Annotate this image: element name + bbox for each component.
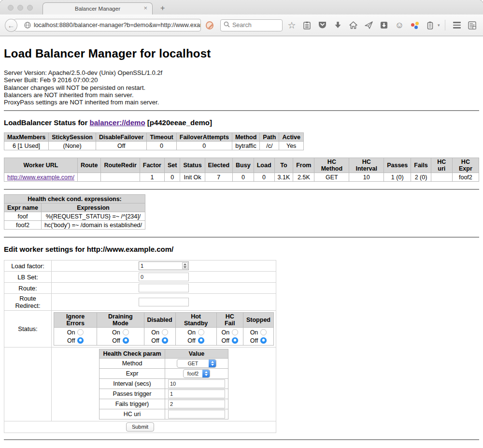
cell-disablefailover: Off xyxy=(96,142,146,150)
on-label: On xyxy=(112,329,120,336)
pocket-icon[interactable] xyxy=(316,19,328,31)
save-to-extension-icon[interactable] xyxy=(378,19,390,31)
stopped-off-radio[interactable] xyxy=(260,337,267,344)
method-select[interactable]: GET xyxy=(177,359,216,368)
url-bar[interactable]: localhost:8880/balancer-manager?b=demo&w… xyxy=(14,19,201,31)
fails-label: Fails trigger) xyxy=(99,399,165,409)
col-path: Path xyxy=(260,133,279,142)
load-factor-input[interactable]: 1 xyxy=(139,261,189,270)
method-cell: GET xyxy=(165,359,228,369)
disabled-on-radio[interactable] xyxy=(162,329,168,335)
hc-expressions-title: Health check cond. expressions: xyxy=(4,195,145,203)
search-icon xyxy=(224,21,230,29)
route-redirect-input[interactable] xyxy=(139,298,189,306)
hc-fail-off-radio[interactable] xyxy=(232,337,238,344)
bottom-divider xyxy=(4,439,479,440)
reading-list-icon[interactable] xyxy=(301,19,313,31)
divider xyxy=(4,110,479,111)
hc-row-fails: Fails trigger) xyxy=(99,399,228,409)
ignore-errors-off-radio[interactable] xyxy=(77,337,84,344)
page-content: Load Balancer Manager for localhost Serv… xyxy=(0,36,483,440)
cell-expr-name: foof2 xyxy=(4,221,42,230)
draining-mode-off-radio[interactable] xyxy=(123,337,129,344)
submit-button[interactable]: Submit xyxy=(126,422,154,432)
form-row-lb-set: LB Set: xyxy=(4,272,276,283)
cell-set: 0 xyxy=(164,173,180,182)
balancer-demo-link[interactable]: balancer://demo xyxy=(90,118,145,127)
zoom-window-button[interactable] xyxy=(27,5,33,11)
cell-factor: 1 xyxy=(140,173,164,182)
tab-title: Balancer Manager xyxy=(75,6,120,12)
col-expr-name: Expr name xyxy=(4,203,42,212)
fails-input[interactable] xyxy=(168,400,225,408)
passes-input[interactable] xyxy=(168,390,225,398)
colorful-extension-icon[interactable] xyxy=(409,19,421,31)
hamburger-icon xyxy=(453,22,461,29)
divider xyxy=(4,189,479,190)
back-button[interactable]: ← xyxy=(5,19,17,32)
interval-cell xyxy=(165,379,228,389)
server-info: Server Version: Apache/2.5.0-dev (Unix) … xyxy=(4,69,479,106)
ignore-errors-on-radio[interactable] xyxy=(77,329,84,335)
balancers-notice-line: Balancers are NOT inherited from main se… xyxy=(4,91,479,99)
heading-prefix: LoadBalancer Status for xyxy=(4,118,90,127)
navigation-toolbar: ← localhost:8880/balancer-manager?b=demo… xyxy=(0,14,483,36)
container-extension-icon[interactable] xyxy=(424,19,436,31)
select-stepper-icon xyxy=(209,360,216,367)
cell-failoverattempts: 0 xyxy=(176,142,232,150)
tab-balancer-manager[interactable]: Balancer Manager × xyxy=(43,2,153,14)
home-icon[interactable] xyxy=(347,19,359,31)
hot-standby-on-radio[interactable] xyxy=(198,329,204,335)
expr-cell: foof2 xyxy=(165,369,228,379)
route-cell xyxy=(52,283,276,294)
route-redirect-label: Route Redirect: xyxy=(4,294,52,311)
server-version-line: Server Version: Apache/2.5.0-dev (Unix) … xyxy=(4,69,479,76)
col-expression: Expression xyxy=(41,203,145,212)
worker-url-link[interactable]: http://www.example.com/ xyxy=(7,174,74,181)
interval-input[interactable] xyxy=(168,379,225,388)
close-tab-icon[interactable]: × xyxy=(143,5,147,11)
cell-busy: 0 xyxy=(233,173,254,182)
stopped-radios: On Off xyxy=(243,328,273,346)
route-input[interactable] xyxy=(139,284,189,292)
draining-mode-on-radio[interactable] xyxy=(123,329,129,335)
col-factor: Factor xyxy=(140,158,164,173)
table-header-row: Expr name Expression xyxy=(4,203,145,212)
send-page-icon[interactable] xyxy=(363,19,375,31)
cell-routeredir xyxy=(101,173,140,182)
expr-select[interactable]: foof2 xyxy=(183,369,210,378)
col-elected: Elected xyxy=(205,158,232,173)
minimize-window-button[interactable] xyxy=(17,5,23,11)
lb-set-input[interactable] xyxy=(139,273,189,281)
stopped-on-radio[interactable] xyxy=(260,329,267,335)
search-bar[interactable] xyxy=(220,19,283,31)
adblocker-extension-icon[interactable] xyxy=(206,21,213,29)
expr-row: foof2 hc('body') =~ /domain is establish… xyxy=(4,221,145,230)
bookmark-star-icon[interactable]: ☆ xyxy=(286,19,298,31)
cell-hc-interval: 10 xyxy=(349,173,384,182)
new-tab-button[interactable]: + xyxy=(160,4,165,13)
balancer-status-table: MaxMembers StickySession DisableFailover… xyxy=(4,132,304,150)
table-row: 6 [1 Used] (None) Off 0 0 bytraffic /c/ … xyxy=(4,142,304,150)
hc-row-hc-uri: HC uri xyxy=(99,409,228,419)
tab-bar: Balancer Manager × + xyxy=(0,0,483,14)
disabled-off-radio[interactable] xyxy=(162,337,168,344)
hot-standby-off-radio[interactable] xyxy=(198,337,204,344)
number-stepper-icon[interactable] xyxy=(182,262,188,269)
hc-uri-input[interactable] xyxy=(168,410,225,419)
on-label: On xyxy=(187,329,196,336)
close-window-button[interactable] xyxy=(8,5,14,11)
search-input[interactable] xyxy=(232,22,276,29)
status-header-row: Ignore Errors Draining Mode Disabled Hot… xyxy=(54,313,274,328)
sidebar-page-icon[interactable] xyxy=(466,19,478,31)
cell-status: Init Ok xyxy=(180,173,205,182)
divider xyxy=(4,237,479,238)
chat-smiley-icon[interactable]: ☺ xyxy=(393,19,405,31)
lb-set-label: LB Set: xyxy=(4,272,52,283)
url-text[interactable]: localhost:8880/balancer-manager?b=demo&w… xyxy=(34,22,201,29)
menu-button[interactable] xyxy=(451,19,463,31)
downloads-icon[interactable] xyxy=(332,19,344,31)
hc-fail-on-radio[interactable] xyxy=(232,329,238,335)
chevron-down-icon[interactable]: ▾ xyxy=(438,23,440,28)
health-check-param-table: Health Check param Value Method GET Expr xyxy=(99,349,228,419)
